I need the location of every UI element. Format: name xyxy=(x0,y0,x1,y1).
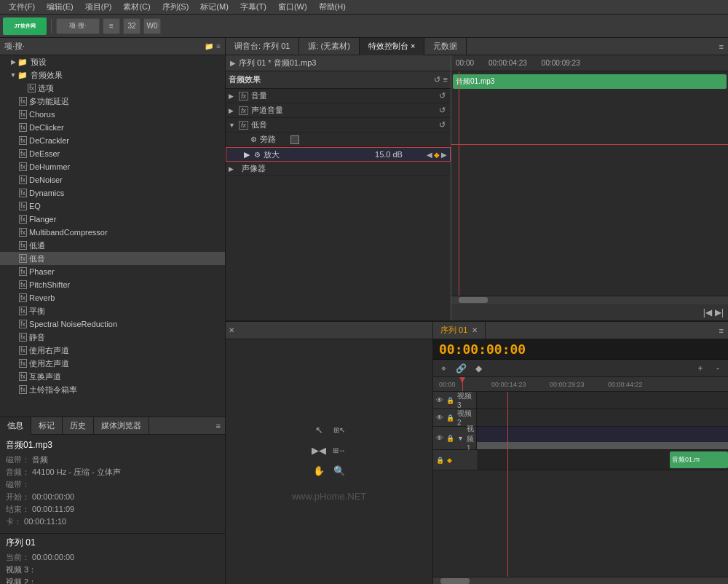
decrackler-label: DeCrackler xyxy=(29,136,69,145)
volume-reset-icon[interactable]: ↺ xyxy=(436,91,448,100)
left-bottom-menu-icon[interactable]: ≡ xyxy=(216,422,221,430)
seq-audio1-clip[interactable]: 音频01.m xyxy=(670,451,728,468)
tree-multiband[interactable]: fx MultibandCompressor xyxy=(0,226,225,239)
right-channel-label: 使用右声道 xyxy=(29,345,69,356)
transport-track-btn[interactable]: ⊞↔ xyxy=(331,443,347,459)
tab-history[interactable]: 历史 xyxy=(63,417,94,435)
seq-video3-lock-icon[interactable]: 🔒 xyxy=(446,397,454,404)
transport-play-btn[interactable]: ▶◀ xyxy=(311,443,327,459)
toolbar-menu-btn[interactable]: ≡ xyxy=(103,18,120,34)
seq-video1-lock-icon[interactable]: 🔒 xyxy=(446,435,454,442)
menu-sequence[interactable]: 序列(S) xyxy=(157,1,195,12)
seq-video2-lock-icon[interactable]: 🔒 xyxy=(446,414,454,422)
menu-window[interactable]: 窗口(W) xyxy=(272,1,313,12)
tree-bass[interactable]: fx 低音 xyxy=(0,252,225,265)
tree-eq[interactable]: fx EQ xyxy=(0,200,225,213)
effect-volume-row[interactable]: ▶ fx 音量 ↺ xyxy=(226,89,451,103)
amplify-next-btn[interactable]: ▶ xyxy=(441,151,447,159)
seq-marker-btn[interactable]: ◆ xyxy=(471,363,486,374)
toolbar-wo-btn[interactable]: W0 xyxy=(143,18,161,34)
tree-xuanxiang[interactable]: fx 选项 xyxy=(0,82,225,95)
transport-prev-btn[interactable]: ↖ xyxy=(311,422,327,438)
tab-info[interactable]: 信息 xyxy=(0,417,31,435)
seq-horizontal-scrollbar[interactable] xyxy=(433,577,728,584)
tree-phaser[interactable]: fx Phaser xyxy=(0,265,225,278)
menu-edit[interactable]: 编辑(E) xyxy=(41,1,79,12)
tree-left-channel[interactable]: fx 使用左声道 xyxy=(0,357,225,370)
center-close-icon[interactable]: ✕ xyxy=(229,326,234,334)
tree-lowpass[interactable]: fx 低通 xyxy=(0,239,225,252)
effect-play-btn[interactable]: ▶ xyxy=(230,59,236,67)
menu-project[interactable]: 项目(P) xyxy=(79,1,118,12)
amplify-prev-btn[interactable]: ◀ xyxy=(427,151,432,159)
tree-audio-effects[interactable]: ▼ 📁 音频效果 xyxy=(0,68,225,82)
seq-scrollbar-thumb[interactable] xyxy=(440,578,470,584)
transport-hand-btn[interactable]: ✋ xyxy=(311,463,327,479)
tree-dynamics[interactable]: fx Dynamics xyxy=(0,186,225,200)
tree-right-channel[interactable]: fx 使用右声道 xyxy=(0,344,225,357)
tree-balance[interactable]: fx 平衡 xyxy=(0,304,225,317)
menu-asset[interactable]: 素材(C) xyxy=(117,1,156,12)
bypass-checkbox[interactable] xyxy=(290,135,299,144)
transport-zoom-btn[interactable]: 🔍 xyxy=(331,463,347,479)
tree-decrackler[interactable]: fx DeCrackler xyxy=(0,134,225,147)
menu-help[interactable]: 帮助(H) xyxy=(313,1,352,12)
tl-go-end-btn[interactable]: ▶| xyxy=(715,307,724,317)
seq-video1-eye-icon[interactable]: 👁 xyxy=(436,434,443,442)
spectral-fx-icon: fx xyxy=(19,320,27,328)
seq-snap-btn[interactable]: ⌖ xyxy=(436,363,451,374)
reset-all-icon[interactable]: ↺ xyxy=(434,75,440,84)
tree-mute[interactable]: fx 静音 xyxy=(0,331,225,344)
effect-bass-row[interactable]: ▼ fx 低音 ↺ xyxy=(226,118,451,133)
bass-reset-icon[interactable]: ↺ xyxy=(436,120,448,130)
channel-volume-reset-icon[interactable]: ↺ xyxy=(436,106,448,115)
tree-delay[interactable]: fx 多功能延迟 xyxy=(0,95,225,108)
tab-media-browser[interactable]: 媒体浏览器 xyxy=(94,417,149,435)
tree-spectral[interactable]: fx Spectral NoiseReduction xyxy=(0,317,225,331)
panel-menu-icon[interactable]: ≡ xyxy=(216,42,221,50)
seq-zoom-in-btn[interactable]: + xyxy=(693,363,708,374)
tree-swap-channel[interactable]: fx 互换声道 xyxy=(0,370,225,383)
menu-subtitle[interactable]: 字幕(T) xyxy=(234,1,272,12)
effect-scrollbar-thumb[interactable] xyxy=(459,297,488,303)
top-tab-menu-icon[interactable]: ≡ xyxy=(719,42,724,51)
eq-label: EQ xyxy=(29,202,41,210)
effect-menu-icon[interactable]: ≡ xyxy=(443,75,448,84)
tab-source[interactable]: 源: (无素材) xyxy=(299,38,359,55)
amplify-param-row[interactable]: ▶ ⚙ 放大 15.0 dB ◀ ◆ ▶ xyxy=(226,147,451,162)
tab-mark[interactable]: 标记 xyxy=(31,417,63,435)
seq-video3-eye-icon[interactable]: 👁 xyxy=(436,396,443,404)
tree-equalizer[interactable]: fx 土铃指令箱率 xyxy=(0,383,225,396)
tree-reverb[interactable]: fx Reverb xyxy=(0,291,225,304)
panel-folder-icon[interactable]: 📁 xyxy=(205,42,213,50)
tree-deesser[interactable]: fx DeEsser xyxy=(0,147,225,160)
tree-presets[interactable]: ▶ 📁 预设 xyxy=(0,55,225,68)
tab-effect-controls[interactable]: 特效控制台 × xyxy=(360,38,424,55)
seq-tab-close[interactable]: ✕ xyxy=(472,326,478,334)
tl-go-start-btn[interactable]: |◀ xyxy=(703,307,712,317)
effect-panner-row[interactable]: ▶ 声像器 xyxy=(226,162,451,176)
seq-zoom-out-btn[interactable]: - xyxy=(711,363,725,374)
tree-dehummer[interactable]: fx DeHummer xyxy=(0,160,225,173)
seq-link-btn[interactable]: 🔗 xyxy=(454,363,468,374)
effect-timeline-scrollbar[interactable] xyxy=(451,296,728,304)
amplify-icon: ⚙ xyxy=(254,151,261,159)
menu-file[interactable]: 文件(F) xyxy=(3,1,41,12)
tree-pitchshifter[interactable]: fx PitchShifter xyxy=(0,278,225,291)
tree-declicker[interactable]: fx DeClicker xyxy=(0,121,225,134)
tree-denoiser[interactable]: fx DeNoiser xyxy=(0,173,225,186)
tree-chorus[interactable]: fx Chorus xyxy=(0,108,225,121)
menu-mark[interactable]: 标记(M) xyxy=(194,1,234,12)
toolbar-32-btn[interactable]: 32 xyxy=(123,18,141,34)
toolbar-search-btn[interactable]: 项·搜· xyxy=(56,18,100,34)
seq-tab-01[interactable]: 序列 01 ✕ xyxy=(433,322,486,339)
tab-mixer[interactable]: 调音台: 序列 01 xyxy=(226,38,299,55)
seq-video2-eye-icon[interactable]: 👁 xyxy=(436,414,443,422)
tree-flanger[interactable]: fx Flanger xyxy=(0,213,225,226)
effect-channel-volume-row[interactable]: ▶ fx 声道音量 ↺ xyxy=(226,103,451,118)
seq-tab-menu-icon[interactable]: ≡ xyxy=(719,326,724,335)
seq-audio1-diamond[interactable]: ◆ xyxy=(447,457,452,464)
amplify-keyframe-icon[interactable]: ◆ xyxy=(434,151,440,159)
tab-metadata[interactable]: 元数据 xyxy=(424,38,467,55)
transport-select-btn[interactable]: ⊞↖ xyxy=(331,422,347,438)
